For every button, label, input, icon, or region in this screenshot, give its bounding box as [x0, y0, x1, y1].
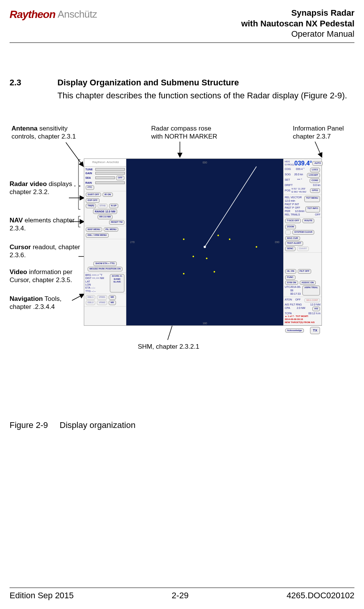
svg-point-23: [229, 238, 230, 240]
nr1-btn[interactable]: NR: [109, 295, 116, 300]
svg-point-26: [183, 273, 184, 274]
tx-btn[interactable]: TX: [310, 327, 320, 335]
svg-text:000: 000: [202, 161, 207, 164]
svg-point-28: [256, 246, 257, 248]
page-header: Raytheon Anschütz Synapsis Radar with Na…: [10, 8, 354, 39]
sym-on-btn[interactable]: SYM ON: [285, 281, 298, 285]
hl-on-btn[interactable]: HL ON: [285, 269, 296, 274]
ebl-tools: EBL1VRM1NR EBL2VRM2NR: [84, 294, 126, 307]
header-divider: [10, 42, 354, 43]
cons-btn[interactable]: CONS: [310, 178, 320, 183]
section-number: 2.3: [10, 77, 57, 88]
video-info: BRG ===.= °T DIST ==.== NM LAT LON ETA -…: [84, 273, 126, 294]
range-btn[interactable]: RANGE 12.0 NM: [93, 209, 118, 214]
svg-point-20: [204, 246, 206, 248]
senc-btn[interactable]: SENC: [285, 247, 295, 251]
gps1-btn[interactable]: GPS1: [310, 188, 320, 193]
footer-divider: [10, 588, 354, 588]
doc-title-line3: Operator Manual: [241, 29, 354, 39]
ebl-vrm-btn[interactable]: EBL / VRM MENU: [86, 233, 109, 238]
tgt-info-btn[interactable]: TGT INFO: [305, 206, 320, 212]
sart-btn[interactable]: SART OFF: [86, 193, 101, 197]
empty-btn[interactable]: [285, 230, 291, 235]
logo: Raytheon Anschütz: [10, 8, 97, 21]
test-alert-btn[interactable]: TEST ALERT: [285, 241, 303, 246]
sens-controls: TUNE GAIN SEAOFF RAIN FTC: [84, 167, 126, 191]
map-menu-btn[interactable]: MAP MENU: [86, 227, 102, 232]
figure-diagram: Antenna sensitivity controls, chapter 2.…: [10, 124, 354, 370]
stab-btn[interactable]: STAB: [98, 204, 108, 208]
section-title: Display Organization and Submenu Structu…: [57, 77, 239, 88]
logo-raytheon: Raytheon: [10, 8, 55, 21]
arpa-btn[interactable]: ARPA TRIAL: [302, 286, 320, 295]
show-eta-btn[interactable]: SHOW ETA + TTG: [93, 261, 117, 266]
tsce-btn[interactable]: T-SCE OFF: [285, 219, 301, 223]
footer-right: 4265.DOC020102: [287, 590, 354, 601]
radar-screenshot: RaytheonAnschütz TUNE GAIN SEAOFF RAIN F…: [84, 159, 322, 325]
section-heading: 2.3 Display Organization and Submenu Str…: [10, 77, 354, 88]
chart-btn[interactable]: CHART: [297, 247, 309, 251]
footer-center: 2-29: [172, 590, 189, 601]
svg-point-21: [183, 238, 184, 240]
ebl1-btn[interactable]: EBL1: [86, 295, 95, 300]
svg-point-22: [217, 235, 219, 236]
page-footer: Edition Sep 2015 2-29 4265.DOC020102: [10, 588, 354, 601]
svg-point-24: [193, 256, 194, 257]
nav-controls: MAP MENUPIL MENUEBL / VRM MENU: [84, 226, 126, 240]
ack-btn[interactable]: Acknowledge: [285, 328, 304, 333]
filt-off-btn[interactable]: FILT OFF: [298, 269, 312, 274]
logo-anschutz: Anschütz: [58, 8, 97, 21]
sea-cont-btn[interactable]: SEA CONT: [304, 298, 320, 303]
vrm1-btn[interactable]: VRM1: [97, 295, 107, 300]
exp-btn[interactable]: EXP OFF: [86, 198, 100, 203]
ais-btn[interactable]: AIS: [312, 307, 320, 311]
radar-scope: 000 090 180 270: [126, 159, 283, 325]
footer-left: Edition Sep 2015: [10, 590, 74, 601]
tmr-btn[interactable]: TM(R): [86, 204, 96, 208]
assoc-btn[interactable]: ASSOC ON: [300, 281, 316, 285]
mag-cur-btn[interactable]: MAG CUR: [285, 236, 300, 241]
svg-point-27: [214, 271, 215, 273]
svg-text:270: 270: [130, 241, 135, 243]
svg-text:090: 090: [275, 241, 279, 243]
radar-right-panel: HDG GYRO(1) 039.4° AUTO COG039.4 °LOG1 S…: [283, 159, 322, 325]
ir-btn[interactable]: IR ON: [103, 193, 113, 197]
figure-caption: Figure 2-9 Display organization: [10, 420, 354, 431]
svg-line-14: [72, 294, 84, 300]
func-btn[interactable]: FUNC: [285, 275, 295, 280]
svg-text:180: 180: [202, 322, 207, 325]
nup-btn[interactable]: N UP: [109, 204, 118, 208]
reset-tm-btn[interactable]: RESET TM: [109, 220, 124, 225]
radar-left-panel: RaytheonAnschütz TUNE GAIN SEAOFF RAIN F…: [84, 159, 126, 325]
svg-line-16: [315, 142, 322, 157]
doc-title: Synapsis Radar with Nautoscan NX Pedesta…: [241, 8, 354, 39]
ftc-btn[interactable]: FTC: [86, 185, 94, 190]
svg-rect-18: [126, 159, 283, 325]
ebl2-btn[interactable]: EBL2: [86, 300, 95, 305]
nr2-btn[interactable]: NR: [109, 300, 116, 305]
system-clear-btn[interactable]: SYSTEM CLEAR: [292, 230, 314, 235]
auto-btn[interactable]: AUTO: [312, 161, 323, 166]
mouse-park-btn[interactable]: MOUSE PARK POSITION ON: [88, 267, 122, 271]
log1-btn[interactable]: LOG1: [310, 168, 320, 172]
log1bt-btn[interactable]: LOG1BT: [307, 173, 320, 178]
route-btn[interactable]: ROUTE: [302, 219, 314, 223]
doc-title-line1: Synapsis Radar: [241, 8, 354, 18]
rr-btn[interactable]: RR 2.0 NM: [98, 215, 113, 219]
mini-logo: RaytheonAnschütz: [84, 159, 126, 167]
tgt-menu-btn[interactable]: TGT MENU: [304, 196, 320, 202]
xcvr-btn[interactable]: XCVR1 X-BAND SLAVE: [110, 274, 124, 292]
video-controls: SART OFFIR ONEXP OFF TM(R)STABN UP RANGE…: [84, 191, 126, 226]
vrm2-btn[interactable]: VRM2: [97, 300, 107, 305]
pil-menu-btn[interactable]: PIL MENU: [104, 227, 119, 232]
svg-line-3: [66, 142, 83, 167]
sea-off-btn[interactable]: OFF: [116, 176, 124, 180]
zoom-btn[interactable]: ZOOM: [285, 225, 296, 229]
cursor-controls: SHOW ETA + TTG MOUSE PARK POSITION ON: [84, 260, 126, 273]
svg-point-25: [206, 258, 207, 259]
doc-title-line2: with Nautoscan NX Pedestal: [241, 18, 354, 29]
section-body: This chapter describes the function sect…: [57, 90, 354, 101]
